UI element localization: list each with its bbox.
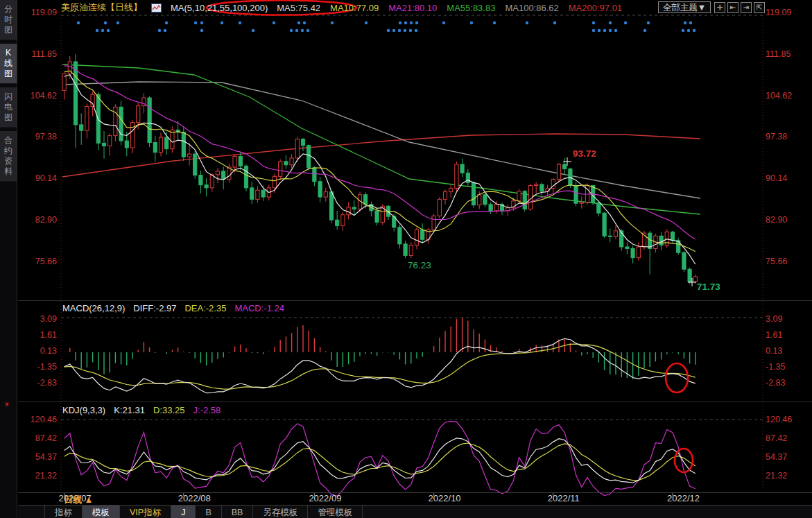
low2-price-annotation: 71.73 (697, 282, 720, 292)
kdj-j-value: J:-2.58 (193, 405, 221, 415)
ma-legend-value-4: MA100:86.62 (505, 3, 558, 13)
axis-label: 75.66 (35, 257, 57, 266)
axis-label: 104.62 (31, 91, 57, 101)
ma-settings-label: MA(5,10,21,55,100,200) (171, 3, 268, 13)
date-axis-strip: 日线 ▲ (18, 492, 812, 505)
axis-label: 120.46 (766, 415, 792, 424)
axis-label: 54.37 (766, 452, 787, 462)
panel-divider-2 (18, 402, 812, 402)
axis-label: 120.46 (31, 415, 57, 424)
axis-label: 21.32 (766, 471, 787, 481)
chart-canvas[interactable]: 119.09119.09111.85111.85104.62104.6297.3… (0, 0, 812, 518)
sidebar-tab-3[interactable]: 合 约 资 料 (0, 131, 17, 182)
axis-label: 111.85 (32, 49, 57, 59)
symbol-title: 美原油连续【日线】 (61, 1, 142, 14)
macd-dea-value: DEA:-2.35 (184, 303, 226, 313)
axis-label: 90.14 (766, 173, 787, 183)
axis-label: 119.09 (766, 8, 791, 17)
high-price-annotation: 93.72 (573, 148, 596, 159)
mini-chart-icon (151, 3, 162, 12)
axis-label: 21.32 (35, 471, 57, 481)
toolbar-item-1[interactable]: 模板 (83, 506, 120, 518)
axis-label: 97.38 (766, 132, 787, 141)
macd-header: MACD(26,12,9) DIFF:-2.97 DEA:-2.35 MACD:… (62, 303, 284, 313)
axis-label: 0.13 (40, 346, 57, 356)
axis-label: 1.61 (766, 330, 782, 340)
toolbar-item-7[interactable]: 管理模板 (308, 506, 363, 518)
kdj-d-value: D:33.25 (153, 405, 185, 415)
axis-label: 90.14 (35, 173, 57, 183)
bottom-toolbar: 指标模板VIP指标JBBB另存模板管理模板 (18, 505, 812, 518)
axis-label: -1.35 (37, 362, 58, 372)
macd-diff-line (64, 338, 696, 392)
axis-label: 82.90 (766, 215, 787, 225)
ma100-line (62, 82, 700, 198)
macd-diff-value: DIFF:-2.97 (133, 303, 176, 313)
axis-label: -1.35 (766, 362, 786, 372)
toolbar-item-3[interactable]: J (171, 506, 196, 518)
toolbar-item-2[interactable]: VIP指标 (120, 506, 171, 518)
axis-label: 3.09 (40, 314, 57, 324)
axis-label: -2.83 (37, 378, 58, 388)
axis-label: 1.61 (40, 330, 57, 340)
kdj-plot (64, 422, 696, 497)
ma-legend-value-3: MA55:83.83 (447, 3, 495, 13)
sidebar-tabs: 分 时 图K 线 图闪 电 图合 约 资 料 (0, 0, 17, 182)
kdj-header: KDJ(9,3,3) K:21.31 D:33.25 J:-2.58 (62, 405, 221, 415)
ma-legend-value-1: MA10:77.09 (330, 3, 379, 13)
theme-dropdown-button[interactable]: 全部主题▼ (658, 1, 711, 13)
low1-price-annotation: 76.23 (408, 260, 431, 270)
kdj-j-line (64, 422, 696, 497)
axis-label: 87.42 (766, 433, 787, 443)
signal-dot-rows (77, 21, 696, 32)
macd-macd-value: MACD:-1.24 (234, 303, 284, 313)
sidebar-tab-2[interactable]: 闪 电 图 (0, 87, 17, 128)
ma200-line (62, 134, 700, 177)
axis-label: 3.09 (766, 314, 782, 324)
macd-plot (64, 318, 696, 393)
kdj-k-value: K:21.31 (114, 405, 145, 415)
top-legend-bar: 美原油连续【日线】 MA(5,10,21,55,100,200) MA5:75.… (61, 0, 622, 15)
ma-legend-value-5: MA200:97.01 (569, 3, 622, 13)
candles (62, 54, 697, 284)
axis-label: 97.38 (35, 132, 57, 141)
ma5-line (64, 75, 696, 264)
toolbar-item-4[interactable]: B (196, 506, 221, 518)
macd-dea-line (64, 344, 696, 389)
axis-label: 75.66 (766, 257, 787, 266)
toolbar-item-5[interactable]: BB (222, 506, 254, 518)
sidebar-tab-0[interactable]: 分 时 图 (0, 0, 17, 40)
pop-out-icon[interactable]: ⇱ (754, 2, 765, 13)
axis-label: 87.42 (35, 433, 57, 443)
indicator-settings-icon[interactable]: ☀ (2, 399, 12, 409)
topbar-controls: 全部主题▼ ✛⇤⇥⇱ (658, 1, 765, 13)
left-sidebar: 分 时 图K 线 图闪 电 图合 约 资 料 ☀ (0, 0, 17, 518)
ma-legend-value-2: MA21:80.10 (388, 3, 437, 13)
fit-width-icon[interactable]: ⇤ (727, 2, 738, 13)
fit-chart-icon[interactable]: ⇥ (741, 2, 752, 13)
axis-label: 111.85 (766, 49, 791, 59)
axis-label: -2.83 (766, 378, 786, 388)
axis-label: 104.62 (766, 91, 792, 101)
panel-divider-1 (18, 300, 812, 301)
long-moving-averages (62, 64, 700, 214)
ma10-line (64, 71, 696, 252)
kdj-k-line (64, 438, 696, 483)
ma-values: MA5:75.42MA10:77.09MA21:80.10MA55:83.83M… (277, 3, 622, 13)
axis-label: 82.90 (35, 215, 57, 225)
sidebar-tab-1[interactable]: K 线 图 (0, 44, 17, 84)
window-icon-buttons: ✛⇤⇥⇱ (714, 2, 765, 13)
ma-legend-value-0: MA5:75.42 (277, 3, 320, 13)
toolbar-item-0[interactable]: 指标 (44, 506, 83, 518)
axis-label: 119.09 (31, 8, 57, 17)
toolbar-item-6[interactable]: 另存模板 (253, 506, 308, 518)
app-window: 119.09119.09111.85111.85104.62104.6297.3… (0, 0, 812, 518)
pan-crosshair-icon[interactable]: ✛ (714, 2, 725, 13)
macd-name: MACD(26,12,9) (62, 303, 125, 313)
ma55-line (62, 64, 700, 214)
kdj-name: KDJ(9,3,3) (62, 405, 105, 415)
axis-label: 0.13 (766, 346, 782, 356)
axis-label: 54.37 (35, 452, 57, 462)
